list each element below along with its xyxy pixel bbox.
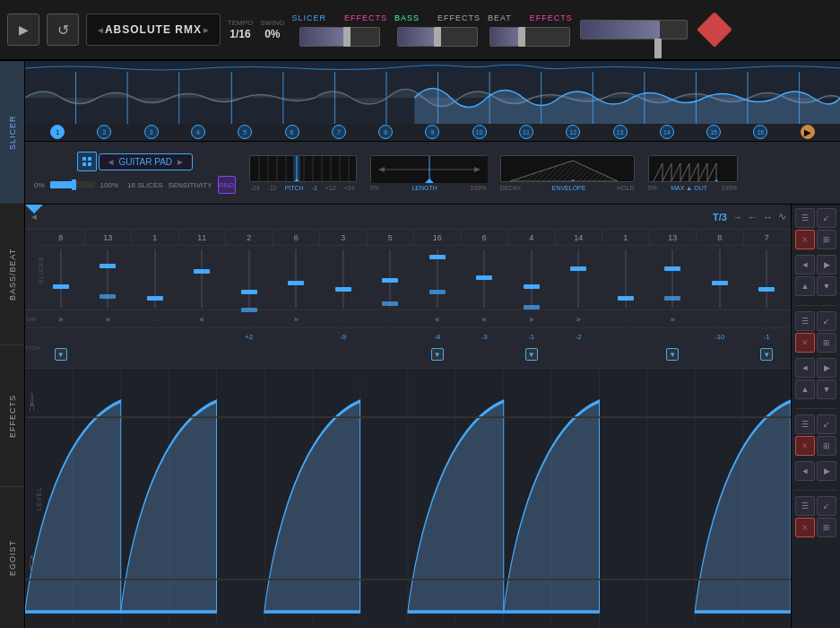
main-waveform[interactable] <box>25 72 840 124</box>
delete-btn-4[interactable]: ✕ <box>795 518 815 537</box>
pitch-arrow-0[interactable]: ▼ <box>55 345 67 364</box>
fader-thumb-2[interactable] <box>147 296 163 301</box>
dir-cell-5[interactable]: » <box>273 310 321 327</box>
down-btn[interactable]: ▼ <box>817 276 836 296</box>
prev-btn-2[interactable]: ◄ <box>795 358 815 378</box>
wf-num-8[interactable]: 8 <box>378 125 393 139</box>
wf-num-7[interactable]: 7 <box>332 125 346 139</box>
wf-num-5[interactable]: 5 <box>238 125 252 139</box>
next-btn-3[interactable]: ▶ <box>817 461 836 481</box>
wf-num-15[interactable]: 15 <box>706 125 721 139</box>
wf-num-16[interactable]: 16 <box>753 125 767 139</box>
fader-thumb-13[interactable] <box>664 266 680 271</box>
prev-btn[interactable]: ◄ <box>795 255 815 275</box>
grid-btn-2[interactable]: ⊞ <box>817 333 836 353</box>
fader-thumb-14[interactable] <box>712 281 728 285</box>
fader-thumb-6[interactable] <box>335 287 351 292</box>
fader-thumb2-1[interactable] <box>100 294 116 299</box>
slicer-fader[interactable] <box>299 27 380 47</box>
grid-btn-3[interactable]: ⊞ <box>817 436 836 456</box>
pitch-arrow-8[interactable]: ▼ <box>431 345 444 364</box>
save-btn-4[interactable]: ☰ <box>795 496 815 516</box>
dir-cell-4[interactable]: » <box>226 310 273 327</box>
fader-thumb2-7[interactable] <box>382 301 398 306</box>
load-btn-4[interactable]: ↙ <box>817 496 836 516</box>
wf-num-11[interactable]: 11 <box>519 125 533 139</box>
dir-cell-3[interactable]: « <box>179 310 227 327</box>
dir-cell-8[interactable]: « <box>414 310 462 327</box>
dir-cell-14[interactable]: » <box>697 310 744 327</box>
preset-selector[interactable]: ◄ GUITAR PAD ► <box>99 153 193 170</box>
fader-thumb2-4[interactable] <box>241 308 257 312</box>
prev-btn-3[interactable]: ◄ <box>795 461 815 481</box>
up-btn-2[interactable]: ▲ <box>795 379 815 399</box>
grid-btn[interactable]: ⊞ <box>817 230 836 249</box>
seq-arrow-left[interactable]: ← <box>748 212 758 222</box>
dir-cell-6[interactable]: » <box>320 310 368 327</box>
tab-effects[interactable]: EFFECTS <box>0 345 24 486</box>
fader-thumb-11[interactable] <box>570 266 586 271</box>
load-btn-3[interactable]: ↙ <box>817 414 836 434</box>
delete-btn-2[interactable]: ✕ <box>795 333 815 353</box>
wf-num-3[interactable]: 3 <box>144 125 159 139</box>
grid-view-btn[interactable] <box>77 152 97 171</box>
tab-egoist[interactable]: EGOIST <box>0 486 24 628</box>
fader-thumb-9[interactable] <box>476 275 492 280</box>
dir-cell-11[interactable]: » <box>556 310 603 327</box>
next-btn[interactable]: ▶ <box>817 255 836 275</box>
load-btn-2[interactable]: ↙ <box>817 311 836 331</box>
wf-num-13[interactable]: 13 <box>613 125 628 139</box>
wf-num-14[interactable]: 14 <box>660 125 674 139</box>
fader-thumb-10[interactable] <box>524 284 540 289</box>
tab-slicer[interactable]: SLICER <box>0 61 24 203</box>
tab-bass-beat[interactable]: BASS/BEAT <box>0 203 24 345</box>
pitch-arrow-10[interactable]: ▼ <box>525 345 538 364</box>
save-btn[interactable]: ☰ <box>795 208 815 228</box>
fader-thumb-7[interactable] <box>382 278 398 283</box>
fader-thumb-1[interactable] <box>100 264 116 268</box>
fader-thumb2-13[interactable] <box>664 296 680 301</box>
dir-cell-0[interactable]: » <box>38 310 85 327</box>
wf-num-12[interactable]: 12 <box>566 125 580 139</box>
pitch-arrow-13[interactable]: ▼ <box>666 345 679 364</box>
wf-play-icon[interactable]: ▶ <box>801 125 815 139</box>
seq-wave-btn[interactable]: ∿ <box>778 211 786 222</box>
wf-num-10[interactable]: 10 <box>472 125 487 139</box>
fader-thumb2-8[interactable] <box>429 290 446 294</box>
fader-thumb2-10[interactable] <box>524 305 540 310</box>
fader-thumb-15[interactable] <box>758 287 775 292</box>
up-btn[interactable]: ▲ <box>795 276 815 296</box>
fader-thumb-4[interactable] <box>241 290 257 294</box>
fader-thumb-0[interactable] <box>53 284 69 289</box>
seq-arrow-right[interactable]: → <box>732 212 742 222</box>
fader-thumb-3[interactable] <box>194 269 210 274</box>
wf-num-1[interactable]: 1 <box>50 125 65 139</box>
bass-fader[interactable] <box>397 27 478 47</box>
play-button[interactable] <box>7 13 39 46</box>
wf-num-2[interactable]: 2 <box>97 125 111 139</box>
fader-thumb-5[interactable] <box>288 281 304 285</box>
down-btn-2[interactable]: ▼ <box>817 379 836 399</box>
seq-arrow-both[interactable]: ↔ <box>763 212 773 222</box>
wf-num-4[interactable]: 4 <box>191 125 205 139</box>
delete-btn-3[interactable]: ✕ <box>795 436 815 456</box>
dir-cell-7[interactable]: » <box>368 310 415 327</box>
load-btn[interactable]: ↙ <box>817 208 836 228</box>
delete-btn[interactable]: ✕ <box>795 230 815 249</box>
rnd-button[interactable]: RND <box>218 176 236 194</box>
dir-cell-15[interactable]: » <box>744 310 792 327</box>
pitch-arrow-15[interactable]: ▼ <box>760 345 773 364</box>
wf-num-9[interactable]: 9 <box>425 125 439 139</box>
dir-cell-9[interactable]: « <box>462 310 509 327</box>
save-btn-2[interactable]: ☰ <box>795 311 815 331</box>
beat-fader[interactable] <box>489 27 570 47</box>
dir-cell-12[interactable]: » <box>602 310 650 327</box>
dir-cell-10[interactable]: » <box>508 310 556 327</box>
dir-cell-13[interactable]: » <box>650 310 697 327</box>
loop-button[interactable]: ↺ <box>47 13 79 46</box>
grid-btn-4[interactable]: ⊞ <box>817 518 836 537</box>
fader-thumb-12[interactable] <box>618 296 634 301</box>
next-btn-2[interactable]: ▶ <box>817 358 836 378</box>
wf-num-6[interactable]: 6 <box>285 125 299 139</box>
master-fader[interactable] <box>580 20 688 39</box>
